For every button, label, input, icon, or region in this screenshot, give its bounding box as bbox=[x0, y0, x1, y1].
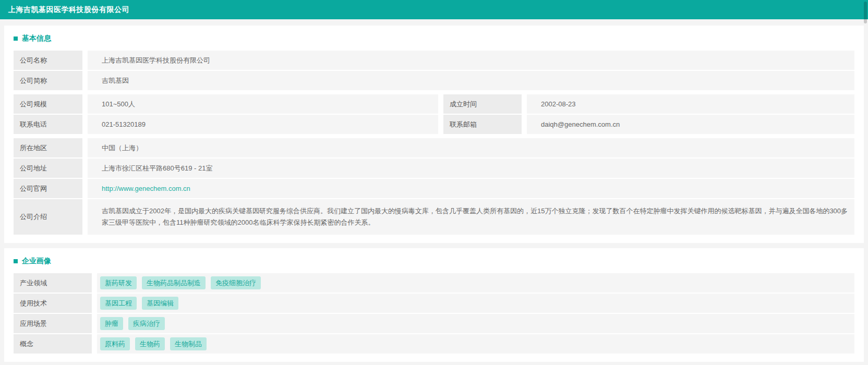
technology-tag[interactable]: 基因编辑 bbox=[142, 297, 178, 310]
table-row-scenario: 应用场景 肿瘤 疾病治疗 bbox=[14, 314, 854, 333]
page-content: 基本信息 公司名称 上海吉凯基因医学科技股份有限公司 公司简称 吉凯基因 公司规… bbox=[0, 19, 868, 365]
field-label-company-name: 公司名称 bbox=[14, 51, 82, 70]
field-value-company-name: 上海吉凯基因医学科技股份有限公司 bbox=[88, 51, 854, 70]
portrait-table: 产业领域 新药研发 生物药品制品制造 免疫细胞治疗 使用技术 基因工程 基因编辑… bbox=[14, 273, 854, 354]
industry-tag[interactable]: 生物药品制品制造 bbox=[142, 276, 206, 289]
field-label-intro: 公司介绍 bbox=[14, 199, 82, 235]
table-row-company-name: 公司名称 上海吉凯基因医学科技股份有限公司 bbox=[14, 51, 854, 70]
scenario-tag[interactable]: 疾病治疗 bbox=[128, 317, 165, 330]
field-label-region: 所在地区 bbox=[14, 138, 82, 157]
field-value-industry: 新药研发 生物药品制品制造 免疫细胞治疗 bbox=[97, 273, 854, 293]
table-row-size-founded: 公司规模 101~500人 成立时间 2002-08-23 bbox=[14, 94, 854, 114]
company-website-link[interactable]: http://www.genechem.com.cn bbox=[102, 185, 190, 192]
concept-tag[interactable]: 生物药 bbox=[135, 337, 165, 350]
page-header: 上海吉凯基因医学科技股份有限公司 bbox=[0, 0, 868, 19]
field-label-address: 公司地址 bbox=[14, 159, 82, 178]
basic-info-section-title: 基本信息 bbox=[14, 34, 859, 43]
section-title-text: 基本信息 bbox=[22, 34, 51, 43]
field-label-email: 联系邮箱 bbox=[443, 115, 522, 134]
field-value-intro: 吉凯基因成立于2002年，是国内最大的疾病关键基因研究服务综合供应商。我们建立了… bbox=[88, 199, 854, 235]
table-row-technology: 使用技术 基因工程 基因编辑 bbox=[14, 294, 854, 313]
field-value-region: 中国（上海） bbox=[88, 138, 854, 157]
field-value-founded: 2002-08-23 bbox=[527, 94, 854, 114]
field-label-technology: 使用技术 bbox=[14, 294, 92, 313]
table-row-company-short: 公司简称 吉凯基因 bbox=[14, 71, 854, 90]
field-label-industry: 产业领域 bbox=[14, 273, 92, 293]
square-bullet-icon bbox=[14, 36, 18, 41]
section-title-text: 企业画像 bbox=[22, 257, 51, 266]
field-label-company-size: 公司规模 bbox=[14, 94, 82, 114]
basic-info-group-contact: 公司规模 101~500人 成立时间 2002-08-23 联系电话 021-5… bbox=[14, 94, 854, 134]
field-value-address: 上海市徐汇区桂平路680号619 - 21室 bbox=[88, 159, 854, 178]
basic-info-group-location: 所在地区 中国（上海） 公司地址 上海市徐汇区桂平路680号619 - 21室 … bbox=[14, 138, 854, 235]
industry-tag[interactable]: 新药研发 bbox=[100, 276, 137, 289]
field-value-scenario: 肿瘤 疾病治疗 bbox=[97, 314, 854, 333]
basic-info-table: 公司名称 上海吉凯基因医学科技股份有限公司 公司简称 吉凯基因 公司规模 101… bbox=[14, 51, 854, 235]
field-label-company-short: 公司简称 bbox=[14, 71, 82, 90]
square-bullet-icon bbox=[14, 259, 18, 263]
basic-info-card: 基本信息 公司名称 上海吉凯基因医学科技股份有限公司 公司简称 吉凯基因 公司规… bbox=[4, 26, 864, 243]
table-row-intro: 公司介绍 吉凯基因成立于2002年，是国内最大的疾病关键基因研究服务综合供应商。… bbox=[14, 199, 854, 235]
field-value-technology: 基因工程 基因编辑 bbox=[97, 294, 854, 313]
field-label-website: 公司官网 bbox=[14, 179, 82, 198]
field-label-concept: 概念 bbox=[14, 334, 92, 354]
field-value-company-short: 吉凯基因 bbox=[88, 71, 854, 90]
table-row-industry: 产业领域 新药研发 生物药品制品制造 免疫细胞治疗 bbox=[14, 273, 854, 293]
table-row-region: 所在地区 中国（上海） bbox=[14, 138, 854, 157]
technology-tag[interactable]: 基因工程 bbox=[100, 297, 137, 310]
portrait-card: 企业画像 产业领域 新药研发 生物药品制品制造 免疫细胞治疗 使用技术 基因工程… bbox=[4, 248, 864, 362]
scrollbar-thumb[interactable] bbox=[864, 2, 867, 23]
scenario-tag[interactable]: 肿瘤 bbox=[100, 317, 123, 330]
concept-tag[interactable]: 生物制品 bbox=[170, 337, 207, 350]
field-label-founded: 成立时间 bbox=[443, 94, 522, 114]
table-row-phone-email: 联系电话 021-51320189 联系邮箱 daiqh@genechem.co… bbox=[14, 115, 854, 134]
table-row-address: 公司地址 上海市徐汇区桂平路680号619 - 21室 bbox=[14, 159, 854, 178]
field-value-email: daiqh@genechem.com.cn bbox=[527, 115, 854, 134]
field-label-phone: 联系电话 bbox=[14, 115, 82, 134]
field-value-concept: 原料药 生物药 生物制品 bbox=[97, 334, 854, 354]
field-value-website: http://www.genechem.com.cn bbox=[88, 179, 854, 198]
company-title: 上海吉凯基因医学科技股份有限公司 bbox=[8, 5, 129, 15]
concept-tag[interactable]: 原料药 bbox=[100, 337, 130, 350]
portrait-section-title: 企业画像 bbox=[14, 257, 859, 266]
industry-tag[interactable]: 免疫细胞治疗 bbox=[211, 276, 261, 289]
table-row-website: 公司官网 http://www.genechem.com.cn bbox=[14, 179, 854, 198]
table-row-concept: 概念 原料药 生物药 生物制品 bbox=[14, 334, 854, 354]
field-label-scenario: 应用场景 bbox=[14, 314, 92, 333]
field-value-company-size: 101~500人 bbox=[88, 94, 438, 114]
field-value-phone: 021-51320189 bbox=[88, 115, 438, 134]
basic-info-group-name: 公司名称 上海吉凯基因医学科技股份有限公司 公司简称 吉凯基因 bbox=[14, 51, 854, 90]
